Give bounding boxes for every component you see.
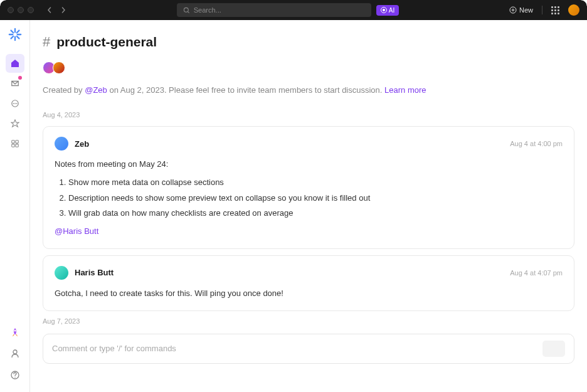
created-info: Created by @Zeb on Aug 2, 2023. Please f…	[43, 85, 574, 95]
sidebar-dashboards[interactable]	[6, 134, 24, 153]
svg-rect-17	[11, 144, 14, 147]
member-avatars[interactable]	[43, 61, 574, 74]
home-icon	[10, 58, 20, 68]
message-body: Gotcha, I need to create tasks for this.…	[55, 287, 563, 300]
close-window[interactable]	[8, 7, 14, 13]
message-card: Zeb Aug 4 at 4:00 pm Notes from meeting …	[43, 126, 574, 249]
sidebar-home[interactable]	[6, 54, 24, 73]
user-avatar[interactable]	[568, 4, 579, 16]
message-card: Haris Butt Aug 4 at 4:07 pm Gotcha, I ne…	[43, 255, 574, 311]
channel-title: product-general	[56, 34, 157, 50]
comment-input[interactable]	[52, 344, 542, 353]
svg-line-8	[16, 36, 19, 39]
grid-icon	[11, 139, 19, 148]
author-avatar[interactable]	[55, 137, 68, 151]
date-divider: Aug 7, 2023	[43, 317, 574, 325]
svg-line-1	[188, 11, 189, 13]
search-icon	[183, 7, 190, 14]
svg-point-13	[14, 103, 16, 104]
svg-line-9	[11, 36, 13, 39]
help-icon	[10, 370, 20, 380]
sidebar-favorites[interactable]	[6, 114, 24, 133]
message-time: Aug 4 at 4:00 pm	[510, 140, 563, 147]
sidebar-inbox[interactable]	[6, 74, 24, 93]
channel-header: # product-general	[43, 34, 574, 50]
member-avatar-2[interactable]	[53, 61, 65, 74]
apps-menu[interactable]	[551, 6, 559, 14]
svg-line-7	[11, 31, 13, 33]
ai-badge[interactable]: AI	[376, 5, 399, 16]
nav-arrows	[46, 6, 66, 15]
back-button[interactable]	[46, 6, 53, 15]
sidebar-more[interactable]	[6, 94, 24, 113]
list-item: Will grab data on how many checklists ar…	[68, 207, 563, 220]
hash-icon: #	[43, 34, 50, 50]
forward-button[interactable]	[60, 6, 66, 15]
list-item: Show more meta data on collapse sections	[68, 176, 563, 189]
comment-composer	[43, 334, 574, 364]
minimize-window[interactable]	[18, 7, 24, 13]
author-avatar[interactable]	[55, 266, 68, 280]
more-icon	[11, 99, 19, 108]
topbar: Search... AI New	[0, 0, 587, 20]
svg-point-20	[13, 350, 17, 354]
svg-rect-18	[15, 144, 18, 147]
user-mention[interactable]: @Haris Butt	[55, 226, 98, 236]
learn-more-link[interactable]: Learn more	[384, 85, 426, 95]
inbox-icon	[11, 79, 19, 88]
maximize-window[interactable]	[28, 7, 34, 13]
person-icon	[10, 349, 20, 359]
main-content: # product-general Created by @Zeb on Aug…	[30, 20, 587, 392]
search-placeholder: Search...	[194, 6, 221, 14]
notification-dot	[18, 76, 22, 80]
svg-point-0	[184, 8, 188, 12]
sidebar-profile[interactable]	[6, 344, 24, 363]
new-button[interactable]: New	[509, 6, 533, 14]
author-name[interactable]: Zeb	[75, 139, 89, 149]
star-icon	[11, 119, 19, 128]
window-controls	[8, 7, 34, 13]
rocket-icon	[10, 327, 20, 337]
sidebar-upgrade[interactable]	[6, 323, 24, 342]
message-time: Aug 4 at 4:07 pm	[510, 269, 563, 277]
search-input[interactable]: Search...	[177, 3, 371, 17]
svg-rect-16	[15, 140, 18, 143]
author-name[interactable]: Haris Butt	[75, 268, 114, 277]
date-divider: Aug 4, 2023	[43, 111, 574, 119]
plus-circle-icon	[509, 6, 517, 14]
svg-rect-15	[11, 140, 14, 143]
divider	[542, 6, 542, 14]
svg-point-14	[16, 103, 17, 104]
svg-point-12	[13, 103, 14, 104]
message-body: Notes from meeting on May 24: Show more …	[55, 158, 563, 238]
svg-point-19	[14, 330, 16, 332]
sidebar	[0, 20, 30, 392]
sidebar-help[interactable]	[6, 366, 24, 384]
svg-line-10	[16, 31, 19, 33]
list-item: Description needs to show some preview t…	[68, 192, 563, 205]
app-logo[interactable]	[8, 28, 22, 41]
send-button[interactable]	[542, 341, 565, 357]
creator-mention[interactable]: @Zeb	[85, 85, 107, 95]
